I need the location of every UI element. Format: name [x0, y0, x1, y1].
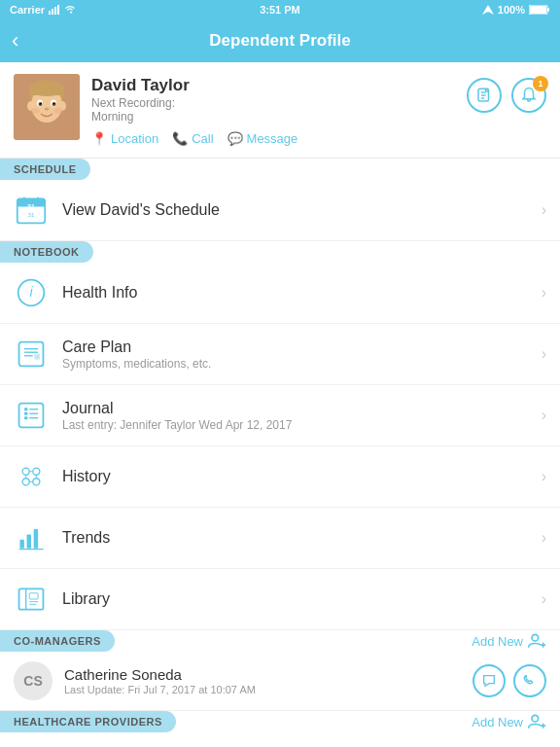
- svg-rect-2: [54, 7, 56, 15]
- notebook-section: NOTEBOOK i Health Info ›: [0, 241, 560, 630]
- history-item[interactable]: History ›: [0, 446, 560, 508]
- svg-text:31: 31: [27, 203, 35, 211]
- healthcare-providers-section: HEALTHCARE PROVIDERS Add New: [0, 711, 560, 732]
- journal-sub: Last entry: Jennifer Taylor Wed Apr 12, …: [62, 418, 528, 432]
- notes-icon: [475, 87, 493, 104]
- svg-rect-0: [49, 11, 51, 15]
- calendar-icon: 31 31: [14, 193, 49, 228]
- add-person-icon: [527, 631, 546, 651]
- library-text: Library: [62, 590, 528, 608]
- co-managers-header-row: CO-MANAGERS Add New: [0, 630, 560, 652]
- svg-rect-6: [530, 6, 546, 14]
- manager-message-button[interactable]: [472, 664, 506, 697]
- svg-rect-1: [52, 9, 53, 15]
- svg-text:31: 31: [28, 211, 35, 218]
- schedule-section: SCHEDULE 31 31 View David's Schedule ›: [0, 159, 560, 241]
- svg-point-54: [22, 479, 29, 485]
- library-item[interactable]: Library ›: [0, 569, 560, 630]
- notification-badge: 1: [533, 76, 548, 91]
- schedule-chevron-icon: ›: [542, 201, 546, 219]
- trends-title: Trends: [62, 529, 528, 547]
- avatar: [14, 74, 80, 140]
- care-plan-item[interactable]: ✓ Care Plan Symptoms, medications, etc. …: [0, 324, 560, 385]
- library-icon: [14, 582, 49, 617]
- profile-right: 1: [467, 74, 546, 113]
- profile-section: David Taylor Next Recording: Morning 📍 L…: [0, 62, 560, 159]
- healthcare-section-header: HEALTHCARE PROVIDERS: [0, 711, 176, 732]
- main-content: David Taylor Next Recording: Morning 📍 L…: [0, 62, 560, 747]
- wifi-icon: [64, 5, 76, 15]
- profile-info: David Taylor Next Recording: Morning 📍 L…: [91, 74, 298, 146]
- manager-last-update: Last Update: Fri Jul 7, 2017 at 10:07 AM: [64, 684, 461, 695]
- message-action[interactable]: 💬 Message: [228, 131, 298, 146]
- schedule-item-title: View David's Schedule: [62, 201, 528, 219]
- care-plan-text: Care Plan Symptoms, medications, etc.: [62, 338, 528, 371]
- manager-info: Catherine Soneda Last Update: Fri Jul 7,…: [64, 666, 461, 695]
- status-bar: Carrier 3:51 PM 100%: [0, 0, 560, 19]
- journal-item[interactable]: Journal Last entry: Jennifer Taylor Wed …: [0, 385, 560, 446]
- journal-icon: [14, 398, 49, 433]
- message-label: Message: [247, 131, 298, 146]
- call-label: Call: [192, 131, 213, 146]
- view-schedule-item[interactable]: 31 31 View David's Schedule ›: [0, 180, 560, 241]
- health-info-title: Health Info: [62, 284, 528, 302]
- history-icon: [14, 459, 49, 494]
- call-action[interactable]: 📞 Call: [172, 131, 213, 146]
- back-button[interactable]: ‹: [12, 30, 18, 52]
- svg-text:✓: ✓: [36, 354, 39, 359]
- add-provider-button[interactable]: Add New: [472, 712, 546, 731]
- svg-point-49: [24, 408, 28, 411]
- svg-point-69: [532, 634, 539, 641]
- manager-call-icon: [522, 673, 538, 689]
- journal-chevron: ›: [542, 407, 546, 424]
- profile-left: David Taylor Next Recording: Morning 📍 L…: [14, 74, 298, 146]
- notebook-section-header: NOTEBOOK: [0, 241, 93, 263]
- care-plan-title: Care Plan: [62, 338, 528, 356]
- profile-name: David Taylor: [91, 76, 298, 95]
- svg-rect-62: [34, 529, 38, 549]
- add-manager-button[interactable]: Add New: [472, 631, 546, 651]
- add-provider-label: Add New: [472, 715, 523, 729]
- journal-title: Journal: [62, 400, 528, 417]
- status-right: 100%: [482, 4, 550, 16]
- trends-chevron: ›: [542, 529, 546, 547]
- profile-next-recording-value: Morning: [91, 110, 298, 124]
- svg-rect-66: [29, 593, 38, 599]
- profile-actions: 📍 Location 📞 Call 💬 Message: [91, 131, 298, 146]
- message-icon: 💬: [228, 131, 243, 146]
- svg-marker-4: [482, 5, 494, 15]
- svg-rect-3: [57, 5, 59, 15]
- library-title: Library: [62, 590, 528, 608]
- svg-point-53: [33, 468, 40, 475]
- svg-rect-42: [19, 404, 44, 428]
- history-title: History: [62, 468, 528, 485]
- notes-button[interactable]: [467, 78, 502, 113]
- svg-point-22: [53, 108, 63, 114]
- location-label: Location: [111, 131, 158, 146]
- library-chevron: ›: [542, 590, 546, 608]
- notifications-button[interactable]: 1: [511, 78, 546, 113]
- svg-point-51: [24, 416, 28, 420]
- svg-point-20: [45, 108, 50, 111]
- manager-avatar: CS: [14, 661, 52, 700]
- header: ‹ Dependent Profile: [0, 19, 560, 62]
- profile-next-recording-label: Next Recording:: [91, 96, 298, 110]
- location-pin-icon: 📍: [91, 131, 107, 146]
- svg-point-55: [33, 479, 40, 485]
- schedule-header-row: SCHEDULE: [0, 159, 560, 180]
- care-plan-icon: ✓: [14, 337, 49, 372]
- call-icon: 📞: [172, 131, 188, 146]
- svg-point-52: [22, 468, 29, 475]
- health-info-icon: i: [14, 275, 49, 310]
- health-info-text: Health Info: [62, 284, 528, 302]
- location-action[interactable]: 📍 Location: [91, 131, 158, 146]
- trends-item[interactable]: Trends ›: [0, 508, 560, 569]
- health-info-item[interactable]: i Health Info ›: [0, 263, 560, 324]
- manager-call-button[interactable]: [513, 664, 546, 697]
- manager-actions: [472, 664, 546, 697]
- svg-point-50: [24, 411, 28, 415]
- notebook-header-row: NOTEBOOK: [0, 241, 560, 263]
- status-carrier: Carrier: [10, 4, 76, 16]
- trends-text: Trends: [62, 529, 528, 547]
- add-manager-label: Add New: [472, 634, 523, 649]
